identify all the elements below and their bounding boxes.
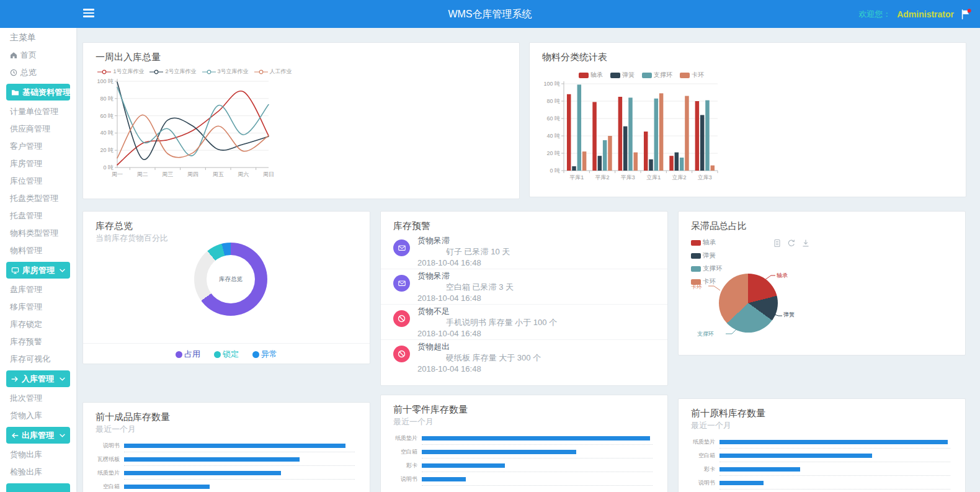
alert-item: 货物不足手机说明书 库存量 小于 100 个2018-10-04 16:48 bbox=[381, 305, 667, 340]
sidebar-item-货物入库[interactable]: 货物入库 bbox=[0, 407, 76, 424]
data-view-icon[interactable] bbox=[773, 239, 782, 248]
legend-item-轴承[interactable]: 轴承 bbox=[579, 71, 603, 79]
sidebar-item-客户管理[interactable]: 客户管理 bbox=[0, 138, 76, 155]
hbar-row-瓦楞纸板: 瓦楞纸板 bbox=[89, 452, 370, 466]
top-parts-hbar-chart: 纸质垫片空白箱彩卡说明书 bbox=[387, 431, 667, 486]
hbar-bar bbox=[124, 485, 210, 489]
sidebar-item-label: 批次管理 bbox=[10, 390, 42, 407]
sidebar-item-库存锁定[interactable]: 库存锁定 bbox=[0, 316, 76, 333]
hbar-gridline bbox=[422, 485, 653, 486]
sidebar-item-托盘管理[interactable]: 托盘管理 bbox=[0, 207, 76, 225]
sidebar-item-物料管理[interactable]: 物料管理 bbox=[0, 242, 76, 259]
legend-item-弹簧[interactable]: 弹簧 bbox=[610, 71, 635, 79]
sidebar-section-title: 基础资料管理 bbox=[22, 87, 71, 98]
svg-text:周一: 周一 bbox=[112, 171, 123, 177]
sidebar-item-货物出库[interactable]: 货物出库 bbox=[0, 446, 76, 463]
hbar-label: 空白箱 bbox=[685, 452, 719, 460]
legend-item-异常[interactable]: 异常 bbox=[252, 349, 277, 360]
sidebar-item-供应商管理[interactable]: 供应商管理 bbox=[0, 120, 76, 138]
hbar-gridline bbox=[719, 489, 950, 490]
legend-label: 弹簧 bbox=[622, 71, 635, 79]
svg-text:40 吨: 40 吨 bbox=[546, 133, 560, 139]
hbar-label: 纸质垫片 bbox=[89, 469, 124, 477]
hbar-row-说明书: 说明书 bbox=[387, 472, 667, 486]
sidebar-item-库存可视化[interactable]: 库存可视化 bbox=[0, 351, 76, 368]
sidebar-item-label: 货物入库 bbox=[10, 407, 42, 424]
card-weekly-io: 一周出入库总量 1号立库作业2号立库作业3号立库作业人工作业 0 吨20 吨40… bbox=[82, 42, 520, 199]
legend-item-卡环[interactable]: 卡环 bbox=[680, 71, 704, 79]
hbar-bar bbox=[719, 467, 800, 472]
hbar-track bbox=[719, 476, 950, 490]
sidebar-section-基础资料管理[interactable]: 基础资料管理 bbox=[6, 84, 70, 101]
sidebar-section-partial[interactable] bbox=[6, 483, 70, 492]
sidebar-section-入库管理[interactable]: 入库管理 bbox=[6, 370, 70, 387]
envelope-icon bbox=[393, 275, 410, 292]
line-marker-icon bbox=[254, 69, 268, 74]
sidebar-item-计量单位管理[interactable]: 计量单位管理 bbox=[0, 103, 76, 120]
chevron-down-icon bbox=[60, 434, 65, 437]
legend-item-锁定[interactable]: 锁定 bbox=[214, 349, 239, 360]
sidebar-item-label: 计量单位管理 bbox=[10, 103, 58, 120]
hbar-bar bbox=[719, 454, 872, 458]
legend-item-支撑环[interactable]: 支撑环 bbox=[691, 264, 723, 273]
legend-label: 锁定 bbox=[223, 349, 239, 360]
bar-marker-icon bbox=[579, 73, 589, 78]
card-top-raw: 前十原料库存数量 最近一个月 纸质垫片空白箱彩卡说明书 bbox=[678, 398, 966, 492]
sidebar-item-检验出库[interactable]: 检验出库 bbox=[0, 463, 76, 481]
sidebar-menu: 主菜单首页总览基础资料管理计量单位管理供应商管理客户管理库房管理库位管理托盘类型… bbox=[0, 28, 76, 492]
sidebar-item-盘库管理[interactable]: 盘库管理 bbox=[0, 281, 76, 298]
sidebar-item-托盘类型管理[interactable]: 托盘类型管理 bbox=[0, 190, 76, 207]
username[interactable]: Administrator bbox=[897, 9, 954, 19]
alert-title: 货物呆滞 bbox=[417, 235, 667, 246]
notification-flag-icon[interactable] bbox=[960, 9, 971, 20]
alert-item: 货物超出硬纸板 库存量 大于 300 个2018-10-04 16:48 bbox=[381, 340, 667, 375]
sidebar-item-label: 库存预警 bbox=[10, 333, 42, 351]
sidebar-item-label: 托盘类型管理 bbox=[10, 190, 58, 207]
legend-item-弹簧[interactable]: 弹簧 bbox=[691, 251, 723, 260]
sidebar-item-label: 库存可视化 bbox=[10, 351, 50, 368]
legend-item-占用[interactable]: 占用 bbox=[176, 349, 200, 360]
hbar-row-说明书: 说明书 bbox=[89, 439, 370, 452]
hbar-label: 彩卡 bbox=[685, 465, 719, 473]
alert-timestamp: 2018-10-04 16:48 bbox=[417, 364, 667, 375]
download-icon[interactable] bbox=[801, 239, 810, 248]
sidebar-item-总览[interactable]: 总览 bbox=[0, 64, 76, 81]
card-subtitle: 最近一个月 bbox=[96, 424, 136, 435]
sidebar-item-label: 托盘管理 bbox=[10, 207, 42, 225]
svg-text:周二: 周二 bbox=[137, 171, 148, 177]
restore-icon[interactable] bbox=[787, 239, 796, 248]
sidebar-item-库存预警[interactable]: 库存预警 bbox=[0, 333, 76, 351]
svg-text:周五: 周五 bbox=[213, 171, 224, 177]
svg-text:100 吨: 100 吨 bbox=[543, 81, 560, 87]
legend-item-支撑环[interactable]: 支撑环 bbox=[642, 71, 672, 79]
sidebar-item-批次管理[interactable]: 批次管理 bbox=[0, 390, 76, 407]
alert-list: 货物呆滞钉子 已呆滞 10 天2018-10-04 16:48货物呆滞空白箱 已… bbox=[381, 234, 667, 375]
hbar-row-说明书: 说明书 bbox=[685, 476, 965, 490]
sidebar-item-label: 物料管理 bbox=[10, 242, 42, 259]
page-title: WMS仓库管理系统 bbox=[0, 0, 980, 28]
sidebar-section-出库管理[interactable]: 出库管理 bbox=[6, 427, 70, 444]
alert-item: 货物呆滞钉子 已呆滞 10 天2018-10-04 16:48 bbox=[381, 234, 667, 269]
legend-label: 弹簧 bbox=[703, 251, 716, 260]
sidebar-item-label: 库存锁定 bbox=[10, 316, 42, 333]
sidebar-item-库房管理[interactable]: 库房管理 bbox=[0, 155, 76, 172]
sidebar-item-label: 客户管理 bbox=[10, 138, 42, 155]
sidebar-item-库位管理[interactable]: 库位管理 bbox=[0, 172, 76, 190]
hbar-label: 彩卡 bbox=[387, 462, 422, 470]
stagnant-pie-chart bbox=[719, 274, 778, 333]
sidebar-item-物料类型管理[interactable]: 物料类型管理 bbox=[0, 225, 76, 242]
card-inventory-alerts: 库存预警 货物呆滞钉子 已呆滞 10 天2018-10-04 16:48货物呆滞… bbox=[380, 211, 668, 386]
svg-text:0 吨: 0 吨 bbox=[103, 164, 114, 171]
card-title: 库存预警 bbox=[393, 220, 430, 232]
sidebar-item-label: 首页 bbox=[20, 47, 37, 64]
legend-item-轴承[interactable]: 轴承 bbox=[691, 238, 723, 247]
main-content: 一周出入库总量 1号立库作业2号立库作业3号立库作业人工作业 0 吨20 吨40… bbox=[76, 28, 980, 492]
line-marker-icon bbox=[149, 69, 163, 74]
line-marker-icon bbox=[202, 69, 216, 74]
sidebar-section-库房管理[interactable]: 库房管理 bbox=[6, 262, 70, 279]
bar-marker-icon bbox=[642, 73, 652, 78]
bar-marker-icon bbox=[680, 73, 690, 78]
sidebar-item-移库管理[interactable]: 移库管理 bbox=[0, 298, 76, 316]
pie-marker-icon bbox=[691, 266, 701, 272]
sidebar-item-首页[interactable]: 首页 bbox=[0, 47, 76, 64]
